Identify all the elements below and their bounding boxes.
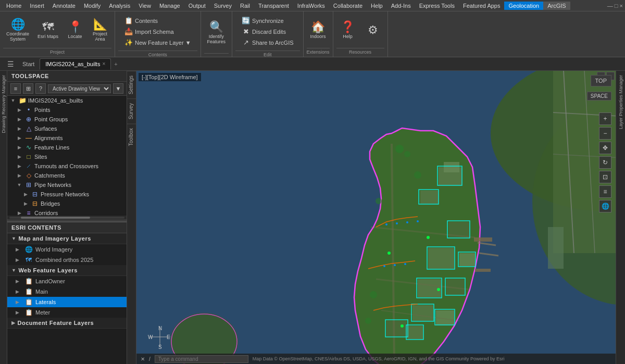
active-view-select[interactable]: Active Drawing View	[48, 84, 111, 93]
map-area[interactable]: [-][Top][2D Wireframe] — × TOP SPACE + −…	[136, 71, 616, 364]
ribbon-label-extensions: Extensions	[307, 48, 330, 55]
tab-close-icon[interactable]: ×	[102, 61, 105, 67]
menu-annotate[interactable]: Annotate	[48, 2, 80, 10]
menu-output[interactable]: Output	[184, 2, 210, 10]
pan-btn[interactable]: ✥	[599, 142, 611, 154]
layer-meter[interactable]: ▶ 📋 Meter	[7, 307, 127, 318]
ribbon-btn-share[interactable]: ↗ Share to ArcGIS	[239, 37, 296, 47]
command-input[interactable]	[155, 355, 248, 363]
section-web-feature[interactable]: ▼ Web Feature Layers	[7, 265, 127, 276]
menu-collaborate[interactable]: Collaborate	[329, 2, 367, 10]
menu-featured-apps[interactable]: Featured Apps	[459, 2, 505, 10]
svg-point-48	[394, 264, 396, 266]
rotate-btn[interactable]: ↻	[599, 156, 611, 169]
tab-add-button[interactable]: +	[111, 60, 120, 68]
layer-main[interactable]: ▶ 📋 Main	[7, 286, 127, 297]
menu-transparent[interactable]: Transparent	[254, 2, 293, 10]
ribbon-btn-discard[interactable]: ✖ Discard Edits	[239, 27, 296, 36]
extent-btn[interactable]: ⊡	[599, 171, 611, 183]
app-controls[interactable]: — □ ×	[607, 3, 623, 9]
hamburger-menu[interactable]: ☰	[4, 60, 17, 68]
ribbon-btn-indoors[interactable]: 🏠 Indoors	[307, 19, 330, 41]
layer-combined-orthos[interactable]: ▶ 🗺 Combined orthos 2025	[7, 255, 127, 265]
zoom-out-btn[interactable]: −	[599, 127, 611, 140]
web-feature-arrow: ▼	[11, 268, 16, 273]
menu-manage[interactable]: Manage	[155, 2, 184, 10]
toolbar-icon-btn-2[interactable]: ⊞	[23, 83, 33, 94]
map-top-btn[interactable]: TOP	[591, 75, 611, 86]
ribbon-group-extensions: 🏠 Indoors Extensions	[304, 11, 333, 57]
tab-imgis[interactable]: IMGIS2024_as_builts ×	[40, 58, 111, 70]
ribbon-btn-identify[interactable]: 🔍 IdentifyFeatures	[204, 19, 229, 46]
esri-contents-panel: ESRI CONTENTS ▼ Map and Imagery Layers ▶…	[7, 222, 127, 364]
map-space-btn[interactable]: SPACE	[587, 92, 611, 101]
ribbon-label-contents: Contents	[118, 51, 197, 57]
tree-item-alignments[interactable]: ▶ — Alignments	[7, 133, 127, 143]
svg-rect-21	[386, 321, 407, 336]
ribbon-btn-projectarea[interactable]: 📐 ProjectArea	[89, 17, 111, 44]
tree-item-points[interactable]: ▶ • Points	[7, 105, 127, 115]
corridors-icon: ≡	[24, 209, 33, 216]
ribbon-btn-settings[interactable]: ⚙	[361, 22, 384, 38]
tree-item-bridges[interactable]: ▶ ⊟ Bridges	[7, 199, 127, 208]
ribbon-btn-help[interactable]: ❓ Help	[336, 19, 359, 41]
svg-text:N: N	[158, 325, 162, 331]
tree-root[interactable]: ▼ 📁 IMGIS2024_as_builts	[7, 96, 127, 105]
ribbon-btn-new-feature-layer[interactable]: ✨ New Feature Layer ▼	[121, 37, 194, 47]
toolbar-dropdown-btn[interactable]: ▼	[113, 83, 123, 94]
ribbon-label-resources: Resources	[336, 48, 384, 55]
survey-tab[interactable]: Survey	[127, 98, 136, 123]
map-imagery-arrow: ▼	[11, 236, 16, 241]
menu-geolocation[interactable]: Geolocation	[504, 2, 543, 10]
settings-tab[interactable]: Settings	[127, 71, 136, 98]
layer-landowner[interactable]: ▶ 📋 LandOwner	[7, 276, 127, 286]
ribbon-btn-contents[interactable]: 📋 Contents	[121, 16, 194, 26]
menu-rail[interactable]: Rail	[236, 2, 254, 10]
basemap-btn[interactable]: 🌐	[599, 200, 611, 212]
tree-item-pointgroups[interactable]: ▶ ⊕ Point Groups	[7, 115, 127, 124]
toolbar-help-btn[interactable]: ?	[35, 83, 46, 94]
ribbon-btn-esrimaps[interactable]: 🗺 Esri Maps	[34, 19, 61, 41]
menu-express-tools[interactable]: Express Tools	[415, 2, 459, 10]
layer-btn[interactable]: ≡	[599, 185, 611, 198]
ribbon-btn-coordinate[interactable]: 🌐 CoordinateSystem	[3, 17, 32, 44]
svg-rect-22	[407, 326, 423, 339]
catchments-icon: ◇	[24, 172, 33, 179]
layer-world-imagery[interactable]: ▶ 🌐 World Imagery	[7, 244, 127, 255]
ribbon-label-identify	[204, 53, 229, 55]
menu-infraworks[interactable]: InfraWorks	[293, 2, 329, 10]
tree-item-surfaces[interactable]: ▶ △ Surfaces	[7, 124, 127, 133]
menu-insert[interactable]: Insert	[26, 2, 48, 10]
drawing-recovery-tab[interactable]: Drawing Recovery Manager	[0, 71, 7, 364]
tree-item-turnouts[interactable]: ▶ ⟋ Turnouts and Crossovers	[7, 161, 127, 171]
ribbon-btn-locate[interactable]: 📍 Locate	[64, 19, 86, 41]
tree-item-pressurenetworks[interactable]: ▶ ⊟ Pressure Networks	[7, 190, 127, 199]
tree-item-catchments[interactable]: ▶ ◇ Catchments	[7, 171, 127, 180]
menu-survey[interactable]: Survey	[210, 2, 236, 10]
menu-view[interactable]: View	[134, 2, 155, 10]
menu-help[interactable]: Help	[367, 2, 387, 10]
tree-item-pipenetworks[interactable]: ▼ ⊞ Pipe Networks	[7, 180, 127, 190]
menu-addins[interactable]: Add-Ins	[387, 2, 415, 10]
section-map-imagery[interactable]: ▼ Map and Imagery Layers	[7, 233, 127, 244]
layer-laterals[interactable]: ▶ 📋 Laterals	[7, 297, 127, 307]
tree-item-corridors[interactable]: ▶ ≡ Corridors	[7, 208, 127, 216]
ribbon-btn-import-schema[interactable]: 📥 Import Schema	[121, 27, 194, 36]
tree-item-featurelines[interactable]: ▶ ∿ Feature Lines	[7, 143, 127, 152]
tree-item-sites[interactable]: ▶ □ Sites	[7, 152, 127, 161]
tree-scrollbar[interactable]	[7, 216, 127, 220]
menu-arcgis[interactable]: ArcGIS	[543, 2, 570, 10]
compass-svg: N S W E	[147, 324, 173, 350]
tab-start[interactable]: Start	[17, 59, 40, 69]
toolbox-tab[interactable]: Toolbox	[127, 123, 136, 150]
zoom-in-btn[interactable]: +	[599, 112, 611, 125]
toolbar-icon-btn-1[interactable]: ≡	[10, 83, 21, 94]
combined-icon: 🗺	[24, 256, 33, 263]
section-doc-feature[interactable]: ▶ Document Feature Layers	[7, 318, 127, 329]
map-canvas: [-][Top][2D Wireframe] — × TOP SPACE + −…	[136, 71, 616, 364]
ribbon-btn-synchronize[interactable]: 🔄 Synchronize	[239, 16, 296, 26]
menu-home[interactable]: Home	[2, 2, 26, 10]
layer-properties-tab[interactable]: Layer Properties Manager	[616, 71, 625, 364]
menu-analysis[interactable]: Analysis	[105, 2, 134, 10]
menu-modify[interactable]: Modify	[80, 2, 105, 10]
